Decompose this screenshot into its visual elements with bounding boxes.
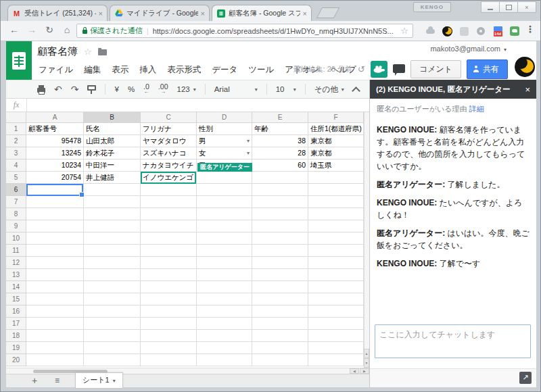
- popout-chat-button[interactable]: ↗: [519, 372, 532, 384]
- revision-history-icon[interactable]: ↺: [358, 64, 365, 74]
- cell-B5[interactable]: 井上健語: [84, 172, 141, 184]
- cell-E7[interactable]: [252, 196, 308, 208]
- cell-F1[interactable]: 住所1(都道府県): [308, 123, 364, 135]
- cell-F2[interactable]: 東京都: [308, 135, 364, 147]
- cell-E16[interactable]: [252, 305, 308, 318]
- profile-name-button[interactable]: KENGO: [413, 2, 451, 12]
- cell-B12[interactable]: [84, 257, 141, 269]
- browser-menu-icon[interactable]: ⋮: [525, 24, 535, 34]
- cell-D17[interactable]: [197, 318, 252, 330]
- close-window-button[interactable]: ×: [517, 1, 536, 13]
- cell-B18[interactable]: [84, 330, 141, 342]
- cell-E19[interactable]: [252, 342, 308, 354]
- cell-F20[interactable]: [308, 354, 364, 366]
- cell-B10[interactable]: [84, 232, 141, 245]
- row-header-14[interactable]: 14: [6, 281, 26, 293]
- cell-B14[interactable]: [84, 281, 141, 293]
- cell-A9[interactable]: [26, 220, 84, 232]
- tab-close-icon[interactable]: ×: [99, 10, 103, 17]
- cell-C17[interactable]: [141, 318, 197, 330]
- tab-close-icon[interactable]: ×: [303, 10, 307, 17]
- cell-D5[interactable]: [197, 172, 252, 184]
- cell-A8[interactable]: [26, 208, 84, 220]
- paint-format-icon[interactable]: [87, 85, 96, 91]
- row-header-19[interactable]: 19: [6, 342, 26, 354]
- cell-B9[interactable]: [84, 220, 141, 232]
- cell-C19[interactable]: [141, 342, 197, 354]
- menu-item-0[interactable]: ファイル: [33, 62, 78, 78]
- last-edited-label[interactable]: 最終編集: 20 分前: [293, 64, 352, 74]
- row-header-4[interactable]: 4: [6, 160, 26, 172]
- cell-C9[interactable]: [141, 220, 197, 232]
- column-header-A[interactable]: A: [26, 112, 84, 123]
- row-header-6[interactable]: 6: [6, 184, 26, 196]
- cell-C15[interactable]: [141, 293, 197, 305]
- menu-item-2[interactable]: 表示: [106, 62, 134, 78]
- column-header-C[interactable]: C: [141, 112, 197, 123]
- cell-B7[interactable]: [84, 196, 141, 208]
- cell-F4[interactable]: 埼玉県: [308, 160, 364, 172]
- cell-E15[interactable]: [252, 293, 308, 305]
- print-icon[interactable]: [37, 88, 45, 93]
- cell-F7[interactable]: [308, 196, 364, 208]
- row-header-15[interactable]: 15: [6, 293, 26, 305]
- comment-button[interactable]: コメント: [410, 60, 461, 78]
- cell-F14[interactable]: [308, 281, 364, 293]
- cell-B19[interactable]: [84, 342, 141, 354]
- cell-E4[interactable]: 60: [252, 160, 308, 172]
- cell-C1[interactable]: フリガナ: [141, 123, 197, 135]
- grid-corner[interactable]: [6, 112, 26, 123]
- cell-B13[interactable]: [84, 269, 141, 281]
- row-header-12[interactable]: 12: [6, 257, 26, 269]
- disabled-extension-icon[interactable]: [458, 26, 469, 36]
- moon-extension-icon[interactable]: [442, 26, 452, 36]
- cell-F11[interactable]: [308, 245, 364, 257]
- cell-D20[interactable]: [197, 354, 252, 366]
- browser-tab-1[interactable]: マイドライブ - Google ドライ×: [110, 5, 210, 21]
- cell-A20[interactable]: [26, 354, 84, 366]
- cell-D14[interactable]: [197, 281, 252, 293]
- minimize-button[interactable]: [481, 1, 500, 13]
- cell-A15[interactable]: [26, 293, 84, 305]
- gear-extension-icon[interactable]: [475, 26, 486, 36]
- cell-F16[interactable]: [308, 305, 364, 318]
- doc-title[interactable]: 顧客名簿: [37, 45, 78, 58]
- scroll-up-button[interactable]: ▲: [364, 349, 369, 358]
- cell-D11[interactable]: [197, 245, 252, 257]
- forward-button[interactable]: →: [25, 24, 39, 35]
- cell-B17[interactable]: [84, 318, 141, 330]
- cell-E9[interactable]: [252, 220, 308, 232]
- formula-input[interactable]: [27, 99, 369, 112]
- column-header-B[interactable]: B: [84, 112, 141, 123]
- account-email[interactable]: makoto3@gmail.com ▾: [430, 45, 507, 53]
- undo-icon[interactable]: ↶: [54, 84, 62, 95]
- cell-B8[interactable]: [84, 208, 141, 220]
- v-scrollbar[interactable]: ▲▼: [364, 112, 369, 368]
- cell-C18[interactable]: [141, 330, 197, 342]
- cell-B1[interactable]: 氏名: [84, 123, 141, 135]
- scroll-left-button[interactable]: ◀: [350, 368, 359, 374]
- row-header-7[interactable]: 7: [6, 196, 26, 208]
- cell-B20[interactable]: [84, 354, 141, 366]
- cell-C20[interactable]: [141, 354, 197, 366]
- tab-close-icon[interactable]: ×: [201, 10, 205, 17]
- cloud-extension-icon[interactable]: [425, 26, 436, 36]
- cell-C11[interactable]: [141, 245, 197, 257]
- column-header-D[interactable]: D: [197, 112, 252, 123]
- cell-dropdown-caret[interactable]: ▾: [247, 135, 250, 147]
- cell-D16[interactable]: [197, 305, 252, 318]
- cell-C4[interactable]: ナカタヨウイチ: [141, 160, 197, 172]
- menu-item-1[interactable]: 編集: [78, 62, 106, 78]
- cell-D3[interactable]: 女▾: [197, 147, 252, 160]
- cell-E20[interactable]: [252, 354, 308, 366]
- restore-button[interactable]: [499, 1, 518, 13]
- chat-bubble-icon[interactable]: [393, 64, 405, 73]
- home-button[interactable]: ⌂: [60, 24, 74, 35]
- row-header-13[interactable]: 13: [6, 269, 26, 281]
- cell-B6[interactable]: [84, 184, 141, 196]
- cell-D8[interactable]: [197, 208, 252, 220]
- cell-A16[interactable]: [26, 305, 84, 318]
- cell-D2[interactable]: 男▾: [197, 135, 252, 147]
- doc-star-icon[interactable]: ☆: [84, 47, 92, 57]
- cell-C14[interactable]: [141, 281, 197, 293]
